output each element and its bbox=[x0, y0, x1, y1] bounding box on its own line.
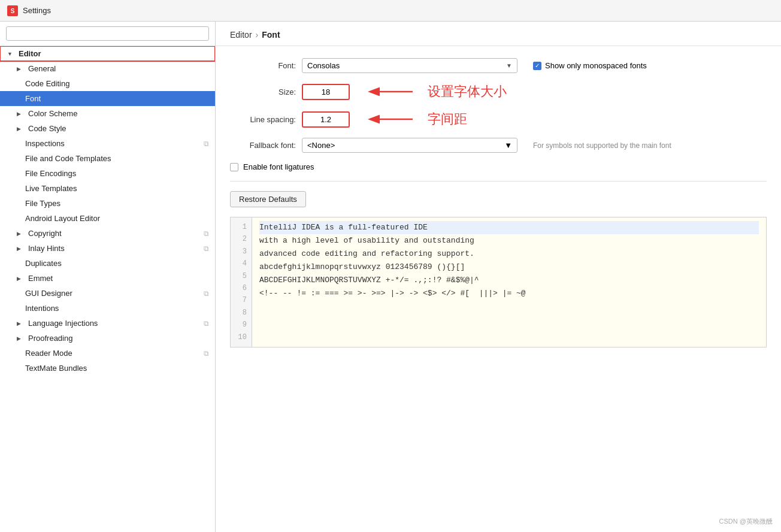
content-header: Editor › Font bbox=[216, 22, 781, 46]
watermark: CSDN @英晚微醺 bbox=[719, 517, 773, 526]
line-spacing-input[interactable] bbox=[302, 111, 350, 128]
duplicates-label: Duplicates bbox=[25, 259, 62, 268]
general-label: General bbox=[28, 64, 56, 73]
inlay-hints-copy-icon: ⧉ bbox=[204, 244, 209, 253]
reader-mode-copy-icon: ⧉ bbox=[204, 349, 209, 358]
code-line: advanced code editing and refactoring su… bbox=[259, 247, 759, 261]
divider bbox=[230, 181, 767, 182]
sidebar-item-android-layout-editor[interactable]: Android Layout Editor bbox=[0, 211, 215, 226]
sidebar-item-file-code-templates[interactable]: File and Code Templates bbox=[0, 151, 215, 166]
line-number: 3 bbox=[235, 246, 247, 258]
size-annotation: 设置字体大小 bbox=[368, 83, 507, 101]
fallback-font-note: For symbols not supported by the main fo… bbox=[533, 141, 671, 150]
font-label: Font: bbox=[230, 61, 296, 70]
sidebar-item-gui-designer[interactable]: GUI Designer⧉ bbox=[0, 286, 215, 301]
sidebar-item-file-types[interactable]: File Types bbox=[0, 196, 215, 211]
code-style-label: Code Style bbox=[28, 124, 66, 133]
sidebar-item-reader-mode[interactable]: Reader Mode⧉ bbox=[0, 346, 215, 361]
line-spacing-row: Line spacing: 字间距 bbox=[230, 110, 767, 128]
inspections-copy-icon: ⧉ bbox=[204, 140, 209, 148]
fallback-font-row: Fallback font: <None> ▼ For symbols not … bbox=[230, 138, 767, 153]
sidebar-item-color-scheme[interactable]: ▶Color Scheme bbox=[0, 106, 215, 121]
language-injections-chevron-icon: ▶ bbox=[17, 321, 25, 327]
code-line: abcdefghijklmnopqrstuvwxyz 0123456789 ()… bbox=[259, 261, 759, 274]
textmate-bundles-label: TextMate Bundles bbox=[25, 364, 87, 373]
breadcrumb-parent: Editor bbox=[230, 30, 252, 40]
content-panel: Editor › Font Font: Consolas ▼ Show only… bbox=[216, 22, 781, 532]
sidebar-item-inspections[interactable]: Inspections⧉ bbox=[0, 136, 215, 151]
breadcrumb: Editor › Font bbox=[230, 30, 280, 40]
code-lines: IntelliJ IDEA is a full-featured IDEwith… bbox=[252, 217, 766, 347]
file-types-label: File Types bbox=[25, 199, 60, 208]
restore-defaults-button[interactable]: Restore Defaults bbox=[230, 191, 306, 207]
code-style-chevron-icon: ▶ bbox=[17, 126, 25, 132]
font-row: Font: Consolas ▼ Show only monospaced fo… bbox=[230, 58, 767, 73]
sidebar-item-language-injections[interactable]: ▶Language Injections⧉ bbox=[0, 316, 215, 331]
fallback-font-value: <None> bbox=[307, 141, 335, 150]
gui-designer-label: GUI Designer bbox=[25, 289, 72, 298]
code-line: with a high level of usability and outst… bbox=[259, 234, 759, 247]
ligatures-row: Enable font ligatures bbox=[230, 162, 767, 171]
sidebar-item-intentions[interactable]: Intentions bbox=[0, 301, 215, 316]
emmet-chevron-icon: ▶ bbox=[17, 276, 25, 282]
sidebar-item-code-editing[interactable]: Code Editing bbox=[0, 76, 215, 91]
reader-mode-label: Reader Mode bbox=[25, 349, 72, 358]
editor-label: Editor bbox=[19, 49, 41, 58]
sidebar-item-proofreading[interactable]: ▶Proofreading bbox=[0, 331, 215, 346]
svg-text:S: S bbox=[11, 8, 15, 14]
size-annotation-text: 设置字体大小 bbox=[428, 83, 507, 101]
code-line: IntelliJ IDEA is a full-featured IDE bbox=[259, 221, 759, 234]
sidebar-item-emmet[interactable]: ▶Emmet bbox=[0, 271, 215, 286]
copyright-chevron-icon: ▶ bbox=[17, 231, 25, 237]
code-editing-label: Code Editing bbox=[25, 79, 69, 88]
ligatures-label: Enable font ligatures bbox=[243, 162, 314, 171]
search-input[interactable] bbox=[6, 26, 209, 41]
copyright-copy-icon: ⧉ bbox=[204, 229, 209, 238]
show-monospaced-option: Show only monospaced fonts bbox=[533, 61, 647, 70]
emmet-label: Emmet bbox=[28, 274, 53, 283]
app-icon: S bbox=[7, 5, 18, 16]
code-line: <!-- -- != := === >= >- >=> |-> -> <$> <… bbox=[259, 287, 759, 300]
sidebar-item-general[interactable]: ▶General bbox=[0, 61, 215, 76]
sidebar: ▼Editor▶GeneralCode EditingFont▶Color Sc… bbox=[0, 22, 216, 532]
show-monospaced-checkbox[interactable] bbox=[533, 62, 541, 70]
size-input[interactable] bbox=[302, 84, 350, 100]
line-numbers: 12345678910 bbox=[231, 217, 252, 347]
file-encodings-label: File Encodings bbox=[25, 169, 76, 178]
line-spacing-arrow-icon bbox=[368, 110, 416, 128]
color-scheme-label: Color Scheme bbox=[28, 109, 77, 118]
size-row: Size: 设置字体大小 bbox=[230, 83, 767, 101]
line-spacing-annotation-text: 字间距 bbox=[428, 110, 467, 128]
sidebar-item-duplicates[interactable]: Duplicates bbox=[0, 256, 215, 271]
line-number: 1 bbox=[235, 221, 247, 233]
inlay-hints-label: Inlay Hints bbox=[28, 244, 65, 253]
copyright-label: Copyright bbox=[28, 229, 62, 238]
sidebar-item-inlay-hints[interactable]: ▶Inlay Hints⧉ bbox=[0, 241, 215, 256]
fallback-font-dropdown[interactable]: <None> ▼ bbox=[302, 138, 517, 153]
line-number: 4 bbox=[235, 258, 247, 270]
font-dropdown-arrow: ▼ bbox=[506, 62, 512, 69]
language-injections-copy-icon: ⧉ bbox=[204, 319, 209, 328]
android-layout-editor-label: Android Layout Editor bbox=[25, 214, 100, 223]
inspections-label: Inspections bbox=[25, 139, 65, 148]
breadcrumb-current: Font bbox=[262, 30, 280, 40]
fallback-dropdown-arrow: ▼ bbox=[504, 141, 512, 150]
line-number: 6 bbox=[235, 282, 247, 294]
title-text: Settings bbox=[23, 6, 51, 15]
sidebar-item-font[interactable]: Font bbox=[0, 91, 215, 106]
sidebar-item-code-style[interactable]: ▶Code Style bbox=[0, 121, 215, 136]
line-spacing-label: Line spacing: bbox=[230, 115, 296, 124]
fallback-font-label: Fallback font: bbox=[230, 141, 296, 150]
sidebar-item-editor[interactable]: ▼Editor bbox=[0, 46, 215, 61]
sidebar-item-file-encodings[interactable]: File Encodings bbox=[0, 166, 215, 181]
code-line: ABCDEFGHIJKLMNOPQRSTUVWXYZ +-*/= .,;:!? … bbox=[259, 274, 759, 287]
sidebar-item-live-templates[interactable]: Live Templates bbox=[0, 181, 215, 196]
sidebar-item-copyright[interactable]: ▶Copyright⧉ bbox=[0, 226, 215, 241]
proofreading-chevron-icon: ▶ bbox=[17, 335, 25, 341]
intentions-label: Intentions bbox=[25, 304, 59, 313]
ligatures-checkbox[interactable] bbox=[230, 163, 238, 171]
line-number: 9 bbox=[235, 319, 247, 331]
sidebar-item-textmate-bundles[interactable]: TextMate Bundles bbox=[0, 361, 215, 376]
font-dropdown[interactable]: Consolas ▼ bbox=[302, 58, 517, 73]
editor-chevron-icon: ▼ bbox=[7, 51, 16, 57]
